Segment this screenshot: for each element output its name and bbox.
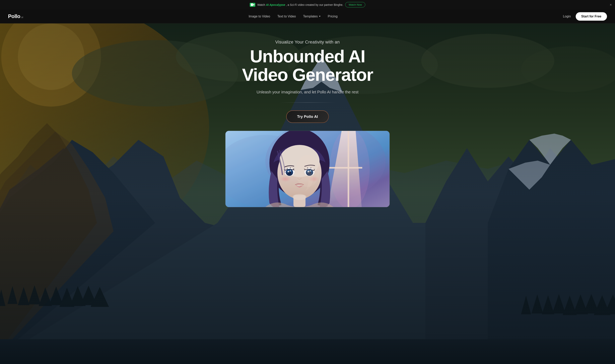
- anime-character-preview: [226, 131, 389, 207]
- banner-watch-label: Watch: [257, 3, 265, 6]
- hero-description: Unleash your imagination, and let Pollo …: [242, 90, 373, 94]
- banner-ai-title: AI Apocalypse: [266, 3, 285, 6]
- nav-item-templates[interactable]: Templates: [303, 15, 321, 18]
- navbar: Pollo .ai Image to Video Text to Video T…: [0, 9, 615, 24]
- nav-link-templates[interactable]: Templates: [303, 15, 321, 18]
- login-link[interactable]: Login: [563, 15, 571, 18]
- nav-links: Image to Video Text to Video Templates P…: [249, 15, 337, 18]
- templates-chevron-down-icon: [319, 16, 321, 17]
- announcement-banner: Watch AI Apocalypse , a Sci-Fi video cre…: [0, 0, 615, 9]
- hero-title: Unbounded AI Video Generator: [242, 47, 373, 84]
- svg-rect-78: [226, 131, 389, 207]
- banner-description: , a Sci-Fi video created by our partner …: [286, 3, 343, 6]
- nav-link-pricing[interactable]: Pricing: [328, 15, 338, 18]
- preview-card: [225, 131, 390, 207]
- nav-link-text-to-video[interactable]: Text to Video: [277, 15, 296, 18]
- nav-item-text-to-video[interactable]: Text to Video: [277, 15, 296, 18]
- hero-subtitle: Visualize Your Creativity with an: [242, 39, 373, 45]
- logo-pollo-text: Pollo: [8, 13, 20, 19]
- nav-right: Login Start for Free: [563, 12, 607, 21]
- watch-now-button[interactable]: Watch Now: [345, 2, 365, 7]
- hero-section: Visualize Your Creativity with an Unboun…: [0, 24, 615, 364]
- hero-title-line1: Unbounded AI: [250, 46, 365, 66]
- hero-content: Visualize Your Creativity with an Unboun…: [238, 39, 377, 123]
- svg-rect-0: [251, 3, 253, 6]
- nav-link-image-to-video[interactable]: Image to Video: [249, 15, 270, 18]
- banner-close-button[interactable]: ×: [610, 3, 612, 7]
- hero-title-line2: Video Generator: [242, 65, 373, 85]
- nav-item-image-to-video[interactable]: Image to Video: [249, 15, 270, 18]
- nav-item-pricing[interactable]: Pricing: [328, 15, 338, 18]
- logo-ai-text: .ai: [20, 16, 23, 19]
- start-for-free-button[interactable]: Start for Free: [576, 12, 607, 21]
- try-pollo-button[interactable]: Try Pollo AI: [286, 111, 329, 123]
- logo[interactable]: Pollo .ai: [8, 13, 23, 19]
- banner-video-icon: [250, 3, 255, 7]
- banner-text: Watch AI Apocalypse , a Sci-Fi video cre…: [257, 3, 343, 6]
- preview-card-inner: [226, 131, 389, 207]
